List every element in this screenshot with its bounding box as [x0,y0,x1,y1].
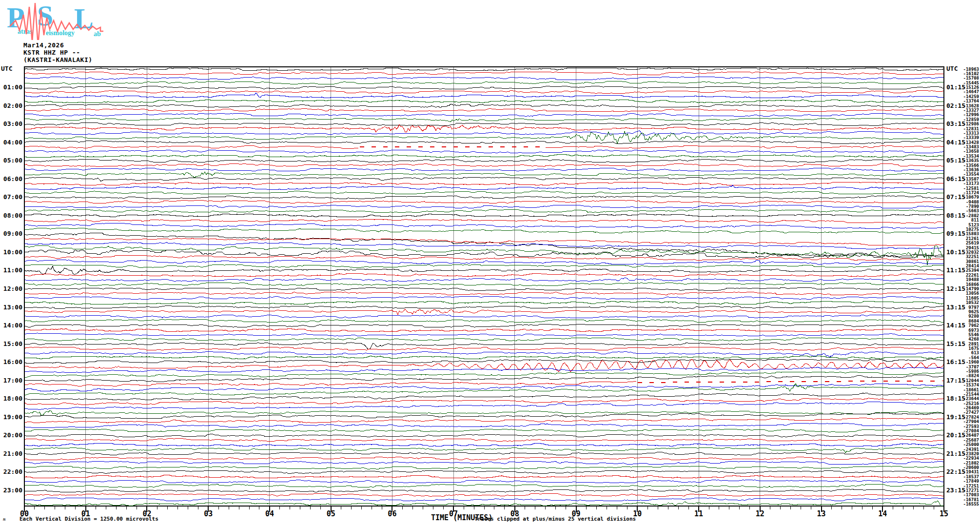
seismo-trace [25,81,943,84]
seismo-trace [25,182,943,185]
helicorder-plot [0,0,980,527]
seismo-trace [25,214,943,217]
seismo-trace [25,131,943,143]
seismo-trace [25,306,943,309]
seismo-trace [25,466,943,469]
seismo-trace [25,448,943,453]
seismo-trace [25,125,943,132]
seismo-trace [25,292,943,295]
seismo-trace [25,68,943,71]
seismo-trace [25,93,943,98]
seismo-trace [25,333,943,336]
seismo-trace [25,201,943,203]
seismo-trace [25,470,943,473]
seismo-trace [25,423,943,428]
seismo-trace [25,418,943,423]
seismo-trace [25,475,943,478]
seismo-trace [25,452,943,455]
seismo-trace [25,72,943,75]
seismo-trace [25,351,943,357]
clip-note: Traces clipped at plus/minus 25 vertical… [474,516,636,522]
seismo-trace [25,168,943,171]
seismo-trace [25,118,943,122]
seismo-trace [25,159,943,162]
seismo-trace [25,429,943,432]
seismo-trace [25,324,943,327]
seismo-trace [25,338,943,341]
seismo-trace [25,485,943,487]
seismo-trace [25,141,943,144]
seismo-trace [25,223,943,229]
seismo-trace [638,381,941,383]
helicorder-page: { "logo": { "p": "P", "s": "S", "l": "L"… [0,0,980,527]
seismo-trace [25,381,636,386]
seismo-trace [25,191,943,194]
seismo-trace [25,178,943,182]
seismo-trace [25,501,943,506]
seismo-trace [25,398,943,405]
seismo-trace [25,250,943,258]
seismo-trace [25,264,943,267]
seismo-trace [25,145,358,148]
seismo-trace [25,172,943,178]
seismo-trace [25,320,943,323]
seismo-trace [25,205,943,208]
seismo-trace [25,384,943,391]
seismo-trace [25,185,943,190]
seismo-trace [25,356,943,359]
seismo-trace [25,372,943,377]
seismo-trace [25,359,943,364]
seismo-trace [25,287,943,290]
seismo-trace [25,260,943,265]
seismo-trace [25,278,943,281]
seismo-trace [25,480,943,483]
seismo-trace [25,439,943,442]
seismo-trace [25,77,943,80]
seismo-trace [25,104,943,108]
seismo-trace [25,100,943,102]
seismo-trace [25,393,943,400]
seismo-trace [25,155,943,158]
seismo-trace [25,410,943,415]
seismo-trace [25,375,943,382]
seismo-trace [25,209,943,212]
seismo-trace [25,130,943,136]
seismo-trace [25,150,943,153]
seismo-trace [25,498,943,501]
seismo-trace [25,301,943,304]
seismo-trace [25,274,943,277]
seismo-trace [25,493,943,496]
seismo-trace [25,90,943,93]
seismo-trace [25,255,943,260]
seismo-trace [25,86,943,89]
seismo-trace [25,329,943,332]
seismo-trace [25,164,943,167]
seismo-trace [25,228,943,233]
seismo-trace [25,297,943,300]
seismo-trace [25,489,943,492]
seismo-trace [25,113,943,116]
seismo-trace [25,443,943,446]
seismo-trace [25,196,943,199]
seismo-trace [25,109,943,112]
seismo-trace [25,413,943,419]
seismo-trace [546,145,943,148]
seismo-trace [25,315,943,318]
scale-note: Each Vertical Division = 1250.00 microvo… [20,516,158,522]
seismo-trace [25,347,943,350]
seismo-trace [25,402,943,409]
seismo-trace [25,434,943,437]
seismo-trace [25,219,943,223]
seismo-trace [25,309,943,315]
seismo-trace [25,462,943,465]
seismo-trace [25,266,943,274]
footer-mark: ʍ [3,517,5,522]
seismo-trace [25,238,943,246]
seismo-trace [25,457,943,460]
seismo-trace [25,122,943,125]
seismo-trace [25,343,943,349]
seismo-trace [25,283,943,286]
